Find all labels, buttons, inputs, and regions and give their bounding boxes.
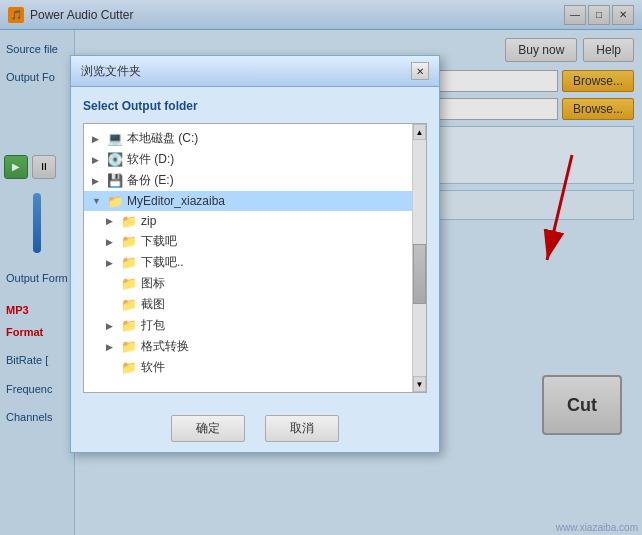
tree-item-icons[interactable]: 📁 图标 xyxy=(84,273,426,294)
tree-label-convert: 格式转换 xyxy=(141,338,189,355)
tree-item-software[interactable]: 📁 软件 xyxy=(84,357,426,378)
tree-label-xiazaiba1: 下载吧 xyxy=(141,233,177,250)
cancel-button[interactable]: 取消 xyxy=(265,415,339,442)
tree-arrow-pack: ▶ xyxy=(106,321,120,331)
tree-arrow-d: ▶ xyxy=(92,155,106,165)
tree-item-screenshot[interactable]: 📁 截图 xyxy=(84,294,426,315)
scrollbar-track: ▲ ▼ xyxy=(413,124,426,392)
tree-item-pack[interactable]: ▶ 📁 打包 xyxy=(84,315,426,336)
tree-item-myeditor[interactable]: ▼ 📁 MyEditor_xiazaiba xyxy=(84,191,426,211)
tree-label-zip: zip xyxy=(141,214,156,228)
tree-label-pack: 打包 xyxy=(141,317,165,334)
tree-icon-xiazaiba2: 📁 xyxy=(120,255,138,271)
file-tree: ▶ 💻 本地磁盘 (C:) ▶ 💽 软件 (D:) ▶ 💾 备份 xyxy=(84,124,426,392)
folder-browser-dialog: 浏览文件夹 ✕ Select Output folder ▶ 💻 本地磁盘 (C… xyxy=(70,55,440,453)
tree-label-xiazaiba2: 下载吧.. xyxy=(141,254,184,271)
tree-item-convert[interactable]: ▶ 📁 格式转换 xyxy=(84,336,426,357)
tree-icon-e: 💾 xyxy=(106,173,124,189)
tree-arrow-convert: ▶ xyxy=(106,342,120,352)
tree-icon-myeditor: 📁 xyxy=(106,193,124,209)
tree-icon-xiazaiba1: 📁 xyxy=(120,234,138,250)
scrollbar-up-button[interactable]: ▲ xyxy=(413,124,426,140)
tree-icon-d: 💽 xyxy=(106,152,124,168)
modal-close-button[interactable]: ✕ xyxy=(411,62,429,80)
tree-icon-convert: 📁 xyxy=(120,339,138,355)
tree-label-c: 本地磁盘 (C:) xyxy=(127,130,198,147)
tree-item-c[interactable]: ▶ 💻 本地磁盘 (C:) xyxy=(84,128,426,149)
tree-icon-zip: 📁 xyxy=(120,213,138,229)
tree-arrow-c: ▶ xyxy=(92,134,106,144)
tree-icon-c: 💻 xyxy=(106,131,124,147)
tree-scrollbar[interactable]: ▲ ▼ xyxy=(412,124,426,392)
tree-icon-icons: 📁 xyxy=(120,276,138,292)
tree-label-screenshot: 截图 xyxy=(141,296,165,313)
tree-item-xiazaiba1[interactable]: ▶ 📁 下载吧 xyxy=(84,231,426,252)
modal-overlay: 浏览文件夹 ✕ Select Output folder ▶ 💻 本地磁盘 (C… xyxy=(0,0,642,535)
file-tree-container: ▶ 💻 本地磁盘 (C:) ▶ 💽 软件 (D:) ▶ 💾 备份 xyxy=(83,123,427,393)
tree-arrow-zip: ▶ xyxy=(106,216,120,226)
confirm-button[interactable]: 确定 xyxy=(171,415,245,442)
tree-label-d: 软件 (D:) xyxy=(127,151,174,168)
tree-item-xiazaiba2[interactable]: ▶ 📁 下载吧.. xyxy=(84,252,426,273)
tree-icon-screenshot: 📁 xyxy=(120,297,138,313)
tree-label-software: 软件 xyxy=(141,359,165,376)
scrollbar-down-button[interactable]: ▼ xyxy=(413,376,426,392)
modal-title: 浏览文件夹 xyxy=(81,63,141,80)
tree-label-myeditor: MyEditor_xiazaiba xyxy=(127,194,225,208)
tree-item-zip[interactable]: ▶ 📁 zip xyxy=(84,211,426,231)
tree-arrow-e: ▶ xyxy=(92,176,106,186)
tree-arrow-myeditor: ▼ xyxy=(92,196,106,206)
tree-label-e: 备份 (E:) xyxy=(127,172,174,189)
tree-icon-pack: 📁 xyxy=(120,318,138,334)
modal-title-bar: 浏览文件夹 ✕ xyxy=(71,56,439,87)
tree-label-icons: 图标 xyxy=(141,275,165,292)
tree-item-e[interactable]: ▶ 💾 备份 (E:) xyxy=(84,170,426,191)
modal-footer: 确定 取消 xyxy=(71,405,439,452)
scrollbar-thumb[interactable] xyxy=(413,244,426,304)
tree-icon-software: 📁 xyxy=(120,360,138,376)
modal-body: Select Output folder ▶ 💻 本地磁盘 (C:) ▶ 💽 软… xyxy=(71,87,439,405)
tree-arrow-xiazaiba2: ▶ xyxy=(106,258,120,268)
modal-subtitle: Select Output folder xyxy=(83,99,427,113)
tree-arrow-xiazaiba1: ▶ xyxy=(106,237,120,247)
tree-item-d[interactable]: ▶ 💽 软件 (D:) xyxy=(84,149,426,170)
